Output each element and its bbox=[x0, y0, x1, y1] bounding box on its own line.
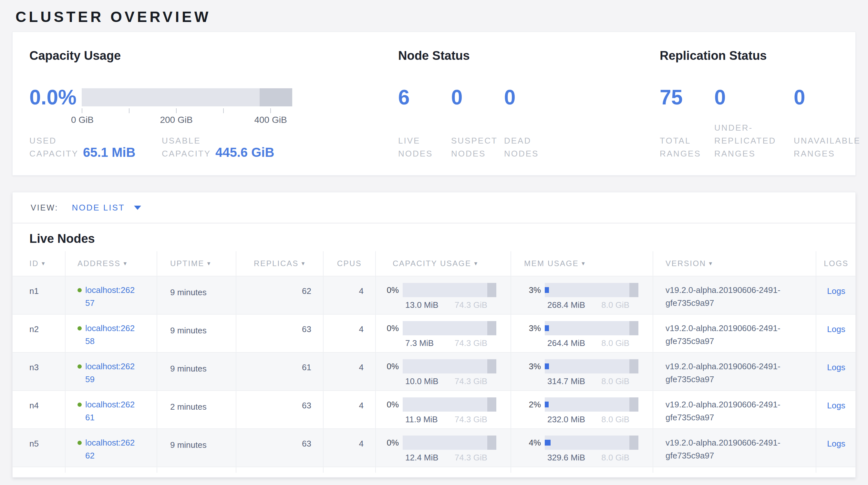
capacity-used-value: 7.3 MiB bbox=[405, 338, 434, 348]
node-live-dot-icon bbox=[78, 288, 82, 292]
node-logs-cell: Logs bbox=[816, 352, 856, 391]
memory-bar-reserved-segment bbox=[629, 435, 639, 450]
sort-caret-icon: ▾ bbox=[42, 260, 45, 267]
axis-tick bbox=[223, 108, 224, 113]
under-replicated-ranges-count: 0 bbox=[714, 86, 726, 109]
node-address-link[interactable]: localhost:26257 bbox=[85, 284, 137, 309]
logs-link[interactable]: Logs bbox=[827, 324, 845, 334]
memory-used-value: 232.0 MiB bbox=[547, 415, 585, 425]
column-header-mem-usage[interactable]: MEM USAGE▾ bbox=[511, 251, 653, 276]
capacity-total-value: 74.3 GiB bbox=[455, 376, 487, 387]
node-memory-cell: 3% 264.4 MiB 8.0 GiB bbox=[511, 314, 653, 352]
node-cpus-cell: 4 bbox=[323, 391, 376, 429]
node-address-link[interactable]: localhost:26258 bbox=[85, 322, 137, 348]
cluster-summary-card: Capacity Usage 0.0% 0 GiB 200 GiB 400 Gi… bbox=[12, 32, 856, 176]
node-version-cell: v19.2.0-alpha.20190606-2491-gfe735c9a97 bbox=[653, 352, 816, 391]
memory-bar bbox=[545, 359, 639, 373]
node-capacity-cell: 0% 10.0 MiB 74.3 GiB bbox=[376, 352, 511, 391]
caret-down-icon bbox=[134, 206, 141, 210]
capacity-bar bbox=[403, 397, 496, 411]
unavailable-ranges-label: UNAVAILABLE RANGES bbox=[794, 134, 868, 160]
memory-percent: 3% bbox=[529, 359, 541, 373]
used-capacity-value: 65.1 MiB bbox=[83, 145, 135, 160]
memory-bar-fill bbox=[545, 364, 549, 369]
node-live-dot-icon bbox=[78, 364, 82, 369]
node-logs-cell: Logs bbox=[816, 314, 856, 352]
usable-capacity-label: USABLE CAPACITY bbox=[162, 134, 218, 160]
column-header-uptime[interactable]: UPTIME▾ bbox=[157, 251, 236, 276]
capacity-used-value: 10.0 MiB bbox=[405, 376, 438, 387]
partial-next-row bbox=[12, 467, 856, 473]
logs-link[interactable]: Logs bbox=[827, 439, 845, 449]
axis-tick bbox=[129, 108, 129, 113]
node-capacity-cell: 0% 12.4 MiB 74.3 GiB bbox=[376, 429, 511, 467]
capacity-bar bbox=[403, 283, 496, 297]
version-text: v19.2.0-alpha.20190606-2491-gfe735c9a97 bbox=[665, 322, 801, 348]
logs-link[interactable]: Logs bbox=[827, 286, 845, 296]
capacity-percent: 0% bbox=[386, 435, 399, 450]
memory-bar-fill bbox=[545, 440, 551, 446]
logs-link[interactable]: Logs bbox=[827, 401, 845, 410]
node-replicas-cell: 63 bbox=[236, 429, 323, 467]
node-table-row: n1 localhost:26257 9 minutes 62 4 0% 13.… bbox=[12, 276, 856, 314]
capacity-bar bbox=[403, 435, 496, 450]
view-selected-value: NODE LIST bbox=[72, 203, 125, 213]
logs-link[interactable]: Logs bbox=[827, 363, 845, 372]
column-header-replicas[interactable]: REPLICAS▾ bbox=[236, 251, 323, 276]
memory-bar-reserved-segment bbox=[629, 359, 639, 373]
node-memory-cell: 2% 232.0 MiB 8.0 GiB bbox=[511, 391, 653, 429]
node-address-cell: localhost:26262 bbox=[65, 429, 157, 467]
node-uptime-cell: 9 minutes bbox=[157, 429, 236, 467]
memory-total-value: 8.0 GiB bbox=[601, 300, 629, 310]
node-capacity-cell: 0% 13.0 MiB 74.3 GiB bbox=[376, 276, 511, 314]
replication-status-title: Replication Status bbox=[660, 48, 767, 63]
suspect-nodes-count: 0 bbox=[451, 86, 463, 109]
capacity-total-value: 74.3 GiB bbox=[455, 300, 487, 310]
node-id-cell: n4 bbox=[12, 391, 65, 429]
node-replicas-cell: 61 bbox=[236, 352, 323, 391]
column-header-capacity-usage[interactable]: CAPACITY USAGE▾ bbox=[376, 251, 511, 276]
node-address-cell: localhost:26261 bbox=[65, 391, 157, 429]
node-memory-cell: 3% 268.4 MiB 8.0 GiB bbox=[511, 276, 653, 314]
node-table-row: n2 localhost:26258 9 minutes 63 4 0% 7.3… bbox=[12, 314, 856, 352]
node-replicas-cell: 63 bbox=[236, 391, 323, 429]
node-replicas-cell: 63 bbox=[236, 314, 323, 352]
node-address-cell: localhost:26259 bbox=[65, 352, 157, 391]
node-logs-cell: Logs bbox=[816, 391, 856, 429]
axis-tick-label: 0 GiB bbox=[71, 115, 94, 125]
memory-percent: 2% bbox=[529, 397, 541, 411]
column-header-cpus: CPUS bbox=[323, 251, 376, 276]
capacity-percent: 0% bbox=[386, 359, 399, 373]
sort-caret-icon: ▾ bbox=[302, 260, 306, 267]
node-address-link[interactable]: localhost:26259 bbox=[85, 360, 137, 386]
node-address-cell: localhost:26257 bbox=[65, 276, 157, 314]
column-header-version[interactable]: VERSION▾ bbox=[653, 251, 816, 276]
memory-total-value: 8.0 GiB bbox=[601, 376, 629, 387]
node-logs-cell: Logs bbox=[816, 276, 856, 314]
capacity-bar bbox=[403, 321, 496, 335]
node-cpus-cell: 4 bbox=[323, 429, 376, 467]
axis-tick bbox=[176, 108, 177, 113]
memory-percent: 3% bbox=[529, 283, 541, 297]
memory-bar-fill bbox=[545, 402, 549, 407]
capacity-used-value: 12.4 MiB bbox=[405, 453, 438, 463]
memory-used-value: 268.4 MiB bbox=[547, 300, 585, 310]
column-header-id[interactable]: ID▾ bbox=[12, 251, 65, 276]
column-header-address[interactable]: ADDRESS▾ bbox=[65, 251, 157, 276]
capacity-used-percent: 0.0% bbox=[29, 86, 76, 109]
node-version-cell: v19.2.0-alpha.20190606-2491-gfe735c9a97 bbox=[653, 314, 816, 352]
node-version-cell: v19.2.0-alpha.20190606-2491-gfe735c9a97 bbox=[653, 429, 816, 467]
view-selector-dropdown[interactable]: NODE LIST bbox=[72, 203, 141, 213]
column-header-logs: LOGS bbox=[816, 251, 856, 276]
dead-nodes-label: DEAD NODES bbox=[504, 134, 553, 160]
node-address-link[interactable]: localhost:26262 bbox=[85, 436, 137, 462]
axis-tick bbox=[82, 108, 82, 113]
node-logs-cell: Logs bbox=[816, 429, 856, 467]
node-live-dot-icon bbox=[78, 403, 82, 407]
suspect-nodes-label: SUSPECT NODES bbox=[451, 134, 500, 160]
node-cpus-cell: 4 bbox=[323, 352, 376, 391]
capacity-usage-bar bbox=[82, 88, 292, 106]
node-id-cell: n1 bbox=[12, 276, 65, 314]
memory-bar-reserved-segment bbox=[629, 283, 639, 297]
node-address-link[interactable]: localhost:26261 bbox=[85, 398, 137, 424]
